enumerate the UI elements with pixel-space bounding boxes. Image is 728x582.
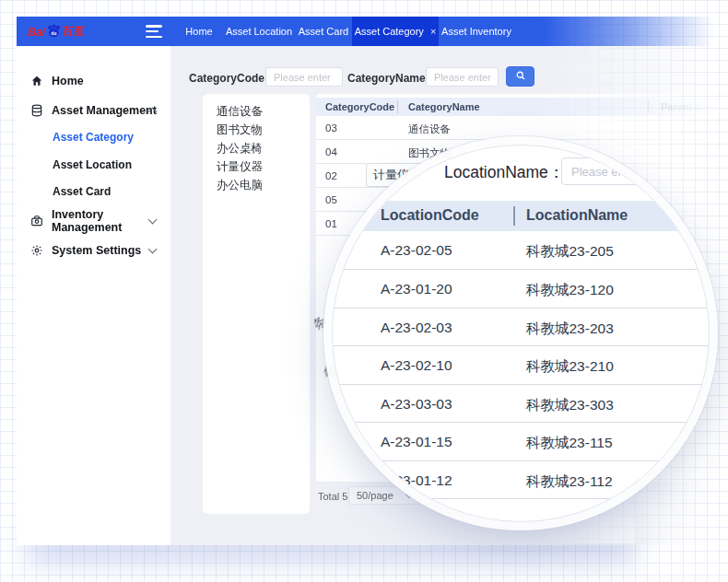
column-header-categorycode: CategoryCode <box>325 101 394 112</box>
sidebar-item-asset-category[interactable]: Asset Category <box>17 127 170 147</box>
category-tree-item[interactable]: 办公电脑 <box>217 178 263 193</box>
sidebar-item-system-settings[interactable]: System Settings <box>17 239 170 262</box>
column-header-locationname: LocationName <box>526 207 628 224</box>
inventory-icon <box>30 215 43 227</box>
lens-table-row: A-23-02-05 科教城23-205 <box>333 231 709 270</box>
sidebar-item-asset-card[interactable]: Asset Card <box>17 181 170 202</box>
tab-home[interactable]: Home <box>175 17 223 46</box>
lens-table-row: A-23-01-15 科教城23-115 <box>333 423 709 461</box>
category-tree-panel: 通信设备 图书文物 办公桌椅 计量仪器 办公电脑 <box>203 94 310 514</box>
home-icon <box>30 75 43 87</box>
category-tree-item[interactable]: 通信设备 <box>217 104 263 120</box>
sidebar-item-home[interactable]: Home <box>17 70 170 92</box>
category-tree-item[interactable]: 计量仪器 <box>217 159 263 175</box>
tab-asset-location[interactable]: Asset Location <box>223 17 295 46</box>
sidebar-item-asset-location[interactable]: Asset Location <box>17 155 170 175</box>
category-code-input[interactable]: Please enter <box>265 67 343 87</box>
category-tree-item[interactable]: 办公桌椅 <box>217 141 263 157</box>
table-header-row: CategoryCode CategoryName Parent categor… <box>316 98 728 116</box>
gear-icon <box>30 244 43 257</box>
top-navbar: Bai du 百度 Home Asset Location Asset Card… <box>17 17 728 46</box>
search-button[interactable] <box>506 66 534 87</box>
brand-logo: Bai du 百度 <box>28 22 85 41</box>
menu-toggle-icon[interactable] <box>146 25 162 38</box>
sidebar: Home Asset Management Asset Category Ass… <box>17 46 170 545</box>
column-header-locationcode: LocationCode <box>381 207 479 224</box>
close-tab-icon[interactable]: × <box>430 27 436 37</box>
search-icon <box>515 68 526 85</box>
tab-asset-inventory[interactable]: Asset Inventory <box>439 17 514 46</box>
category-tree-item[interactable]: 图书文物 <box>217 122 263 138</box>
sidebar-item-asset-management[interactable]: Asset Management <box>17 99 170 122</box>
svg-text:du: du <box>51 30 56 35</box>
brand-text-cn: 百度 <box>63 24 85 40</box>
table-row[interactable]: 03 通信设备 <box>316 116 728 140</box>
tab-asset-category[interactable]: Asset Category × <box>352 17 439 46</box>
lens-table-header-row: LocationCode LocationName <box>333 201 709 231</box>
chevron-down-icon <box>148 245 158 254</box>
page-size-select[interactable]: 50/page <box>348 486 420 505</box>
chevron-down-icon <box>405 490 413 497</box>
lens-table-row: A-23-01-20 科教城23-120 <box>333 270 709 308</box>
paw-icon: du <box>46 23 62 39</box>
sidebar-item-inventory-management[interactable]: Inventory Management <box>17 210 170 232</box>
category-name-input[interactable]: Please enter <box>426 67 499 87</box>
lens-table-row: A-23-03-03 科教城23-303 <box>333 385 709 423</box>
column-header-parent-category: Parent category <box>661 101 728 112</box>
lens-table-row: A-23-02-03 科教城23-203 <box>333 308 709 346</box>
category-code-label: CategoryCode： <box>189 71 276 87</box>
pagination-total: Total 5 <box>318 491 347 502</box>
tab-asset-card[interactable]: Asset Card <box>295 17 352 46</box>
location-name-label: LocationName： <box>444 161 564 183</box>
brand-text-bai: Bai <box>28 25 45 39</box>
lens-table-row: A-23-02-10 科教城23-210 <box>333 346 709 385</box>
database-icon <box>30 104 43 117</box>
column-header-categoryname: CategoryName <box>408 101 480 112</box>
magnifier-lens: LocationName： Please enter LocationCode … <box>332 145 710 522</box>
category-name-label: CategoryName： <box>347 71 437 87</box>
